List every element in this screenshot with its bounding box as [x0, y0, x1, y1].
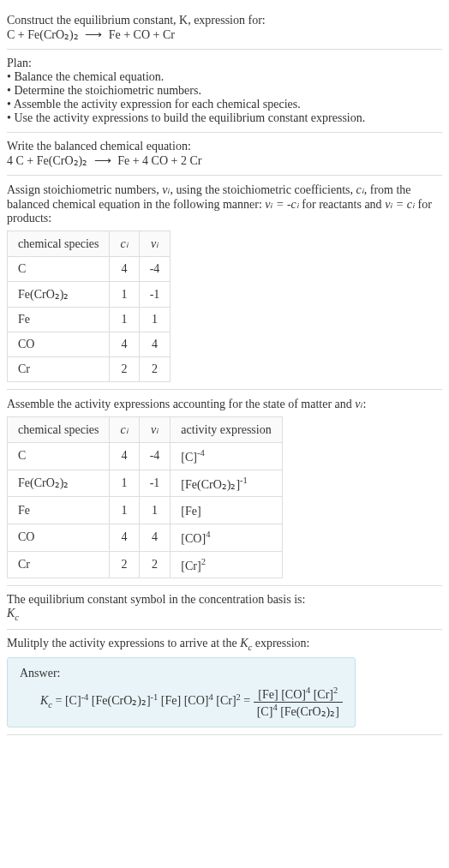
answer-label: Answer: — [20, 667, 343, 680]
stoich-section: Assign stoichiometric numbers, νᵢ, using… — [7, 176, 442, 390]
activity-expr: [Cr]2 — [171, 551, 282, 578]
col-species: chemical species — [8, 417, 110, 443]
table-row: C 4 -4 [C]-4 — [8, 443, 283, 470]
activity-expr: [Fe(CrO₂)₂]-1 — [171, 470, 282, 497]
arrow-icon: ⟶ — [81, 28, 105, 41]
symbol-text: The equilibrium constant symbol in the c… — [7, 593, 442, 607]
fraction-denominator: [C]4 [Fe(CrO₂)₂] — [254, 703, 343, 719]
problem-statement: Construct the equilibrium constant, K, e… — [7, 14, 442, 42]
plan-title: Plan: — [7, 57, 442, 70]
stoich-table: chemical species cᵢ νᵢ C 4 -4 Fe(CrO₂)₂ … — [7, 230, 171, 382]
table-row: CO 4 4 [CO]4 — [8, 524, 283, 551]
activity-expr: [CO]4 — [171, 524, 282, 551]
plan-section: Plan: • Balance the chemical equation. •… — [7, 50, 442, 133]
activity-expr: [Fe] — [171, 497, 282, 524]
eq-rhs: Fe + CO + Cr — [109, 28, 175, 41]
table-row: Fe(CrO₂)₂ 1 -1 — [8, 282, 171, 308]
unbalanced-equation: C + Fe(CrO₂)₂ ⟶ Fe + CO + Cr — [7, 28, 175, 41]
balanced-rhs: Fe + 4 CO + 2 Cr — [117, 154, 201, 167]
balanced-title: Write the balanced chemical equation: — [7, 140, 442, 153]
answer-box: Answer: Kc = [C]-4 [Fe(CrO₂)₂]-1 [Fe] [C… — [7, 657, 356, 727]
stoich-intro: Assign stoichiometric numbers, νᵢ, using… — [7, 183, 442, 225]
table-row: Fe(CrO₂)₂ 1 -1 [Fe(CrO₂)₂]-1 — [8, 470, 283, 497]
col-ci: cᵢ — [110, 417, 139, 443]
kc-symbol: Kc — [7, 607, 442, 622]
plan-item-4: • Use the activity expressions to build … — [7, 111, 442, 125]
table-row: C 4 -4 — [8, 257, 171, 282]
eq-lhs: C + Fe(CrO₂)₂ — [7, 28, 79, 41]
multiply-text: Mulitply the activity expressions to arr… — [7, 637, 442, 652]
table-header-row: chemical species cᵢ νᵢ — [8, 231, 171, 257]
table-row: Cr 2 2 [Cr]2 — [8, 551, 283, 578]
activity-section: Assemble the activity expressions accoun… — [7, 390, 442, 586]
col-ci: cᵢ — [110, 231, 139, 257]
col-nui: νᵢ — [139, 231, 171, 257]
activity-expr: [C]-4 — [171, 443, 282, 470]
fraction-numerator: [Fe] [CO]4 [Cr]2 — [254, 685, 343, 703]
answer-fraction: [Fe] [CO]4 [Cr]2 [C]4 [Fe(CrO₂)₂] — [254, 685, 343, 718]
table-row: CO 4 4 — [8, 332, 171, 357]
activity-intro: Assemble the activity expressions accoun… — [7, 397, 442, 411]
table-row: Fe 1 1 — [8, 308, 171, 332]
balanced-equation: 4 C + Fe(CrO₂)₂ ⟶ Fe + 4 CO + 2 Cr — [7, 153, 442, 168]
col-species: chemical species — [8, 231, 110, 257]
table-header-row: chemical species cᵢ νᵢ activity expressi… — [8, 417, 283, 443]
activity-table: chemical species cᵢ νᵢ activity expressi… — [7, 416, 283, 578]
header-line1: Construct the equilibrium constant, K, e… — [7, 14, 266, 27]
plan-item-3: • Assemble the activity expression for e… — [7, 98, 442, 111]
plan-item-1: • Balance the chemical equation. — [7, 70, 442, 84]
table-row: Fe 1 1 [Fe] — [8, 497, 283, 524]
symbol-section: The equilibrium constant symbol in the c… — [7, 586, 442, 630]
plan-item-2: • Determine the stoichiometric numbers. — [7, 84, 442, 98]
balanced-lhs: 4 C + Fe(CrO₂)₂ — [7, 154, 87, 167]
answer-expression: Kc = [C]-4 [Fe(CrO₂)₂]-1 [Fe] [CO]4 [Cr]… — [20, 680, 343, 718]
arrow-icon: ⟶ — [91, 154, 115, 167]
col-expr: activity expression — [171, 417, 282, 443]
multiply-section: Mulitply the activity expressions to arr… — [7, 630, 442, 735]
col-nui: νᵢ — [139, 417, 171, 443]
table-row: Cr 2 2 — [8, 357, 171, 382]
balanced-section: Write the balanced chemical equation: 4 … — [7, 133, 442, 176]
problem-header: Construct the equilibrium constant, K, e… — [7, 7, 442, 50]
